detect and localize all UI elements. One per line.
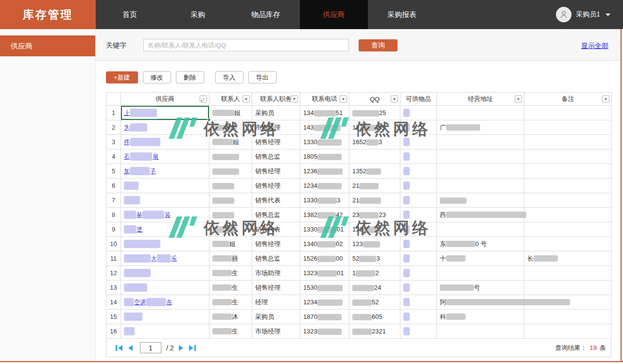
cell-contact[interactable]: 生	[209, 266, 252, 281]
cell-contact[interactable]	[209, 120, 252, 135]
cell-supplier[interactable]: 大乐	[121, 251, 209, 266]
cell-items[interactable]	[400, 164, 437, 179]
cell-contact[interactable]: 生	[209, 295, 252, 310]
row-number[interactable]: 7	[106, 193, 121, 208]
row-number[interactable]: 8	[106, 208, 121, 222]
cell-qq[interactable]: 12	[349, 266, 400, 281]
cell-note[interactable]	[524, 310, 612, 324]
cell-phone[interactable]: 138242	[300, 208, 349, 222]
cell-note[interactable]: 长	[524, 251, 612, 266]
cell-address[interactable]: 十	[437, 251, 524, 266]
cell-phone[interactable]: 1323	[300, 324, 349, 339]
cell-items[interactable]	[400, 281, 437, 295]
cell-job[interactable]: 市场经理	[252, 120, 300, 135]
show-all-link[interactable]: 显示全部	[581, 42, 608, 50]
cell-note[interactable]	[524, 266, 612, 281]
cell-items[interactable]	[400, 266, 437, 281]
cell-items[interactable]	[400, 120, 437, 135]
cell-contact[interactable]	[209, 193, 252, 208]
filter-dropdown-icon[interactable]: ▼	[602, 96, 609, 103]
cell-job[interactable]: 销售代表	[252, 222, 300, 237]
cell-address[interactable]	[437, 193, 524, 208]
cell-items[interactable]	[400, 193, 437, 208]
cell-job[interactable]: 销售总监	[252, 251, 300, 266]
row-number[interactable]: 14	[106, 295, 121, 310]
row-number[interactable]: 10	[106, 237, 121, 251]
cell-qq[interactable]: 24	[349, 281, 400, 295]
filter-dropdown-icon[interactable]: ▼	[291, 96, 298, 103]
cell-items[interactable]	[400, 251, 437, 266]
filter-dropdown-icon[interactable]: ▼	[242, 96, 250, 103]
cell-address[interactable]	[437, 222, 524, 237]
cell-job[interactable]: 销售经理	[252, 164, 300, 179]
cell-qq[interactable]: 21	[349, 179, 400, 193]
cell-job[interactable]: 销售经理	[252, 179, 300, 193]
cell-supplier[interactable]	[121, 310, 209, 324]
cell-job[interactable]: 采购员	[252, 310, 300, 324]
filter-dropdown-icon[interactable]: ▼	[340, 96, 347, 103]
cell-contact[interactable]: 姐	[209, 237, 252, 251]
cell-job[interactable]: 市场经理	[252, 324, 300, 339]
row-number[interactable]: 5	[106, 164, 121, 179]
cell-contact[interactable]: 姐	[209, 135, 252, 149]
cell-qq[interactable]: 605	[349, 310, 400, 324]
cell-contact[interactable]	[209, 208, 252, 222]
cell-note[interactable]	[524, 237, 612, 251]
cell-address[interactable]: 阿	[437, 295, 524, 310]
cell-qq[interactable]: 16523	[349, 135, 400, 149]
sort-ascending-icon[interactable]: ↑	[200, 96, 207, 103]
cell-address[interactable]: 号	[437, 281, 524, 295]
cell-qq[interactable]: 132	[349, 222, 400, 237]
delete-button[interactable]: 删除	[176, 71, 204, 83]
cell-phone[interactable]: 1330	[300, 135, 349, 149]
cell-note[interactable]	[524, 164, 612, 179]
cell-address[interactable]: 西	[437, 208, 524, 222]
cell-items[interactable]	[400, 310, 437, 324]
cell-contact[interactable]	[209, 164, 252, 179]
nav-item-purchase[interactable]: 采购	[164, 0, 232, 29]
row-number[interactable]: 3	[106, 135, 121, 149]
cell-supplier[interactable]: 堡	[121, 222, 209, 237]
cell-phone[interactable]: 1236	[300, 164, 349, 179]
sidebar-item-suppliers[interactable]: 供应商	[0, 35, 95, 56]
cell-qq[interactable]: 523	[349, 251, 400, 266]
cell-items[interactable]	[400, 135, 437, 149]
cell-contact[interactable]: 生	[209, 324, 252, 339]
first-page-icon[interactable]	[115, 344, 123, 352]
row-number[interactable]: 2	[106, 120, 121, 135]
cell-contact[interactable]: 姐	[209, 106, 252, 120]
cell-job[interactable]: 销售经理	[252, 281, 300, 295]
cell-note[interactable]	[524, 222, 612, 237]
cell-items[interactable]	[400, 179, 437, 193]
keyword-input[interactable]	[143, 39, 349, 51]
cell-items[interactable]	[400, 222, 437, 237]
cell-supplier[interactable]	[121, 324, 209, 339]
row-number[interactable]: 16	[106, 324, 121, 339]
cell-qq[interactable]: 2323	[349, 208, 400, 222]
row-number[interactable]: 9	[106, 222, 121, 237]
cell-phone[interactable]: 1234	[300, 295, 349, 310]
cell-job[interactable]: 销售总监	[252, 208, 300, 222]
cell-supplier[interactable]: 加子	[121, 164, 209, 179]
row-number[interactable]: 4	[106, 149, 121, 164]
cell-phone[interactable]: 133001	[300, 222, 349, 237]
cell-phone[interactable]: 13303	[300, 193, 349, 208]
cell-qq[interactable]: 52	[349, 295, 400, 310]
cell-note[interactable]	[524, 193, 612, 208]
cell-qq[interactable]	[349, 149, 400, 164]
cell-supplier[interactable]	[121, 237, 209, 251]
cell-phone[interactable]: 1234	[300, 179, 349, 193]
row-number[interactable]: 15	[106, 310, 121, 324]
cell-supplier[interactable]: 石泉	[121, 149, 209, 164]
cell-job[interactable]: 销售总监	[252, 149, 300, 164]
cell-qq[interactable]: 12733	[349, 120, 400, 135]
cell-job[interactable]: 采购员	[252, 106, 300, 120]
cell-contact[interactable]	[209, 179, 252, 193]
nav-item-suppliers[interactable]: 供应商	[300, 0, 368, 29]
prev-page-icon[interactable]	[127, 344, 134, 352]
cell-phone[interactable]: 134002	[300, 237, 349, 251]
import-button[interactable]: 导入	[215, 71, 243, 83]
cell-contact[interactable]: 沐	[209, 310, 252, 324]
cell-address[interactable]	[437, 149, 524, 164]
cell-note[interactable]	[524, 106, 612, 120]
